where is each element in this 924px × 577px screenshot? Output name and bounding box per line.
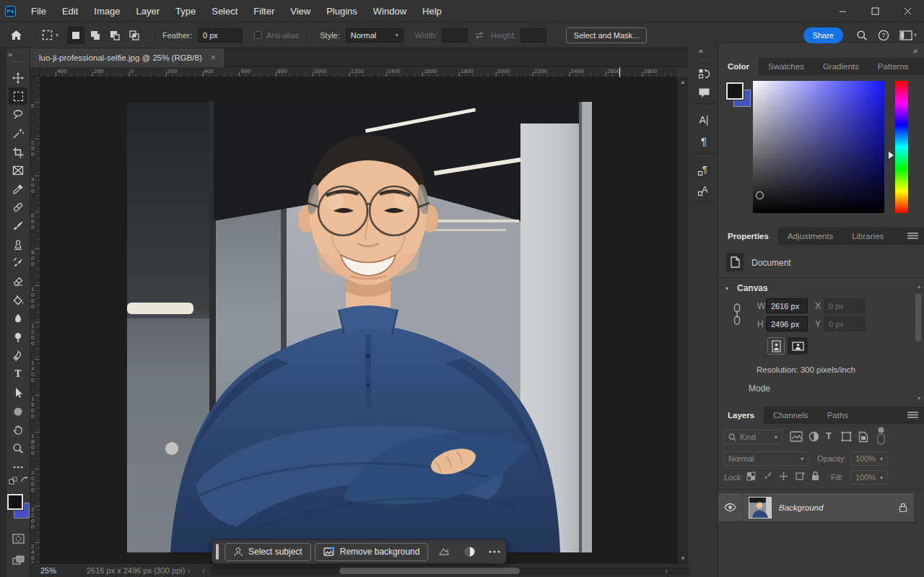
lock-position-icon[interactable] bbox=[779, 472, 788, 481]
landscape-orientation-button[interactable] bbox=[788, 337, 808, 355]
help-icon[interactable]: ? bbox=[878, 30, 889, 41]
layer-visibility-icon[interactable] bbox=[724, 503, 736, 512]
tab-adjustments[interactable]: Adjustments bbox=[778, 227, 842, 245]
canvas-section-title[interactable]: Canvas bbox=[737, 283, 768, 293]
type-tool[interactable]: T bbox=[9, 365, 27, 383]
layer-lock-icon[interactable] bbox=[899, 503, 907, 512]
workspace-chevron-icon[interactable]: ▾ bbox=[914, 32, 917, 38]
panel-foreground-color-swatch[interactable] bbox=[726, 82, 744, 100]
history-brush-tool[interactable] bbox=[9, 254, 27, 272]
lock-transparency-icon[interactable] bbox=[746, 472, 756, 481]
canvas-area[interactable] bbox=[40, 77, 677, 563]
document-tab[interactable]: luo-ji-professional-selfie.jpg @ 25% (RG… bbox=[30, 48, 225, 67]
horizontal-scrollbar[interactable] bbox=[211, 567, 692, 575]
horizontal-scrollbar-thumb[interactable] bbox=[339, 568, 520, 574]
zoom-level[interactable]: 25% bbox=[40, 566, 56, 575]
photo-document[interactable] bbox=[127, 102, 592, 552]
comments-panel-icon[interactable] bbox=[695, 84, 712, 100]
history-panel-icon[interactable] bbox=[695, 66, 712, 82]
height-input[interactable] bbox=[520, 28, 546, 43]
quick-mask-icon[interactable] bbox=[9, 530, 27, 547]
canvas-x-input[interactable]: 0 px bbox=[824, 298, 866, 313]
tools-grip[interactable] bbox=[9, 61, 25, 64]
shape-tool[interactable] bbox=[9, 403, 27, 420]
close-tab-icon[interactable]: × bbox=[211, 53, 216, 63]
blend-mode-dropdown[interactable]: Normal▾ bbox=[723, 451, 808, 466]
filter-adjustment-layers-icon[interactable] bbox=[808, 431, 819, 442]
maximize-button[interactable] bbox=[859, 0, 892, 22]
canvas-w-input[interactable]: 2616 px bbox=[766, 298, 808, 313]
screen-mode-icon[interactable] bbox=[9, 552, 27, 569]
tab-paths[interactable]: Paths bbox=[818, 407, 858, 424]
anti-alias-checkbox[interactable] bbox=[254, 31, 262, 39]
collapse-strip-icon[interactable]: « bbox=[699, 46, 702, 55]
fill-input[interactable]: 100%▾ bbox=[850, 470, 888, 485]
strip-grip-1[interactable] bbox=[696, 58, 712, 61]
hscroll-right-icon[interactable]: › bbox=[665, 566, 668, 575]
paragraph-panel-icon[interactable]: ¶ bbox=[695, 133, 712, 149]
style-dropdown[interactable]: Normal▾ bbox=[346, 28, 404, 43]
subtract-from-selection-button[interactable] bbox=[106, 27, 123, 44]
character-styles-panel-icon[interactable]: A bbox=[695, 182, 712, 198]
taskbar-drag-handle[interactable] bbox=[216, 544, 219, 560]
menu-filter[interactable]: Filter bbox=[245, 0, 282, 22]
lock-pixels-icon[interactable] bbox=[763, 472, 772, 481]
properties-scrollbar-thumb[interactable] bbox=[915, 294, 921, 342]
scroll-up-icon[interactable]: ▲ bbox=[678, 79, 688, 85]
vertical-scrollbar[interactable]: ▲ ▼ bbox=[677, 77, 688, 563]
filter-shape-layers-icon[interactable] bbox=[841, 431, 852, 442]
background-color-swatch[interactable] bbox=[7, 494, 23, 510]
tool-preset-chevron-icon[interactable]: ▾ bbox=[56, 32, 58, 38]
tab-libraries[interactable]: Libraries bbox=[842, 227, 893, 245]
lock-artboard-icon[interactable] bbox=[795, 472, 806, 481]
status-chevron-icon[interactable]: › bbox=[188, 566, 191, 575]
add-to-selection-button[interactable] bbox=[87, 27, 104, 44]
move-tool[interactable] bbox=[9, 69, 27, 87]
menu-plugins[interactable]: Plugins bbox=[318, 0, 365, 22]
search-icon[interactable] bbox=[856, 30, 868, 41]
swap-colors-icon[interactable] bbox=[20, 476, 29, 485]
layer-row-background[interactable]: Background bbox=[718, 493, 914, 522]
filter-toggle-switch[interactable] bbox=[876, 427, 886, 446]
tab-gradients[interactable]: Gradients bbox=[814, 58, 868, 75]
tool-preset-icon[interactable] bbox=[42, 30, 53, 40]
layer-name[interactable]: Background bbox=[779, 503, 899, 512]
lasso-tool[interactable] bbox=[9, 106, 27, 123]
filter-smart-objects-icon[interactable] bbox=[858, 431, 868, 443]
hand-tool[interactable] bbox=[9, 421, 27, 438]
vertical-ruler[interactable]: 0200400600800100012001400160018002000220… bbox=[30, 77, 40, 563]
menu-image[interactable]: Image bbox=[86, 0, 128, 22]
workspace-icon[interactable] bbox=[899, 30, 912, 40]
rectangular-marquee-tool[interactable] bbox=[9, 87, 27, 105]
collapse-tools-icon[interactable]: » bbox=[8, 50, 12, 58]
menu-help[interactable]: Help bbox=[414, 0, 450, 22]
menu-type[interactable]: Type bbox=[167, 0, 204, 22]
select-and-mask-button[interactable]: Select and Mask... bbox=[566, 27, 648, 43]
clone-stamp-tool[interactable] bbox=[9, 236, 27, 253]
canvas-h-input[interactable]: 2496 px bbox=[766, 316, 808, 331]
canvas-section-chevron-icon[interactable]: ▾ bbox=[725, 285, 728, 292]
properties-panel-menu-icon[interactable] bbox=[907, 233, 918, 239]
default-colors-icon[interactable] bbox=[9, 477, 17, 485]
blur-tool[interactable] bbox=[9, 310, 27, 327]
menu-edit[interactable]: Edit bbox=[54, 0, 86, 22]
transform-selection-icon[interactable] bbox=[436, 547, 452, 557]
tab-color[interactable]: Color bbox=[718, 58, 759, 75]
layer-thumbnail[interactable] bbox=[749, 497, 772, 519]
ruler-corner[interactable] bbox=[30, 67, 40, 77]
zoom-tool[interactable] bbox=[9, 440, 27, 457]
color-field-marker[interactable] bbox=[756, 191, 764, 199]
remove-background-button[interactable]: Remove background bbox=[315, 543, 429, 561]
feather-input[interactable]: 0 px bbox=[198, 28, 243, 43]
strip-grip-3[interactable] bbox=[696, 155, 712, 158]
home-icon[interactable] bbox=[10, 30, 22, 40]
frame-tool[interactable] bbox=[9, 162, 27, 179]
tab-patterns[interactable]: Patterns bbox=[868, 58, 918, 75]
hue-slider[interactable] bbox=[895, 81, 908, 213]
hscroll-left-icon[interactable]: ‹ bbox=[202, 566, 205, 575]
filter-type-layers-icon[interactable]: T bbox=[826, 430, 832, 441]
character-panel-icon[interactable]: A| bbox=[695, 112, 712, 128]
eraser-tool[interactable] bbox=[9, 273, 27, 290]
layer-filter-dropdown[interactable]: Kind▾ bbox=[723, 430, 783, 444]
magic-wand-tool[interactable] bbox=[9, 125, 27, 142]
